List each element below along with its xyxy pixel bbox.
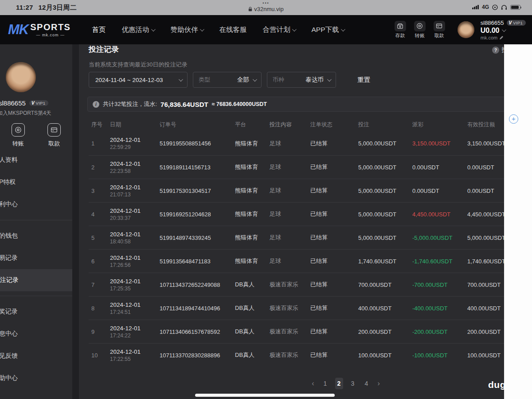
balance-dropdown[interactable]: U0.00 — [481, 27, 526, 35]
page-1[interactable]: 1 — [321, 378, 329, 389]
site-switcher[interactable]: mk.com — [481, 35, 526, 40]
currency-select[interactable]: 币种 泰达币 — [267, 72, 336, 88]
cell-date: 2024-12-0117:24:22 — [110, 325, 160, 339]
nav-item-赞助伙伴[interactable]: 赞助伙伴 — [170, 25, 203, 35]
date-value: 2024-12-01 — [110, 184, 160, 191]
cell-payout: -200.00USDT — [412, 329, 467, 335]
date-value: 2024-12-01 — [110, 137, 160, 143]
status-bar: 11:27 12月3日周二 ••• v32nmu.vip 4G — [0, 0, 532, 15]
user-name: sl886655 — [481, 20, 504, 26]
sidebar-item-见反馈[interactable]: 见反馈 — [0, 345, 72, 367]
sidebar-item-注记录[interactable]: 注记录 — [0, 269, 72, 291]
address-bar[interactable]: v32nmu.vip — [0, 6, 532, 12]
sidebar-item-P特权[interactable]: P特权 — [0, 171, 72, 193]
cell-index: 6 — [89, 258, 110, 265]
summary-text: 共计32笔投注，流水: — [103, 100, 157, 108]
time-value: 17:25:35 — [110, 286, 160, 292]
sidebar-item-易记录[interactable]: 易记录 — [0, 247, 72, 269]
logo-mk: MK — [8, 22, 28, 38]
page-3[interactable]: 3 — [349, 378, 357, 389]
sidebar-item-息中心[interactable]: 息中心 — [0, 323, 72, 345]
network-badge: 4G — [482, 4, 489, 10]
header-action-转账[interactable]: 转账 — [414, 21, 426, 39]
cell-order-number: 5199135648471183 — [160, 258, 235, 265]
date-value: 2024-12-01 — [110, 160, 160, 167]
date-range-select[interactable]: 2024-11-04 ~ 2024-12-03 — [89, 72, 188, 88]
reset-button[interactable]: 重置 — [357, 76, 370, 84]
join-days-text: 加入MKSPORTS第4天 — [0, 110, 51, 117]
user-avatar[interactable] — [458, 21, 474, 38]
column-header-注单状态: 注单状态 — [310, 121, 358, 129]
page-2[interactable]: 2 — [335, 378, 343, 389]
site-logo[interactable]: MK SPORTS — mk.com — — [8, 22, 70, 38]
cell-bet-content: 足球 — [270, 234, 310, 242]
cell-bet-amount: 1,740.60USDT — [358, 258, 412, 265]
cell-platform: 熊猫体育 — [235, 234, 270, 242]
cell-bet-amount: 200.00USDT — [358, 329, 412, 335]
time-value: 17:26:56 — [110, 262, 160, 268]
cell-order-number: 5199195508851456 — [160, 140, 235, 147]
cell-payout: 0.00USDT — [412, 164, 467, 171]
nav-item-在线客服[interactable]: 在线客服 — [219, 25, 246, 35]
date-value: 2024-12-01 — [110, 348, 160, 355]
chevron-down-icon — [200, 27, 204, 31]
cell-status: 已结算 — [310, 140, 358, 148]
quick-action-取款[interactable]: 取款 — [47, 123, 61, 148]
date-value: 2024-12-01 — [110, 231, 160, 238]
cell-date: 2024-12-0117:25:35 — [110, 278, 160, 292]
sidebar-item-人资料[interactable]: 人资料 — [0, 149, 72, 171]
help-icon[interactable]: ? — [492, 47, 499, 54]
nav-item-label: 在线客服 — [219, 25, 246, 35]
sidebar-item-label: 息中心 — [0, 330, 18, 338]
date-range-value: 2024-11-04 ~ 2024-12-03 — [95, 77, 163, 83]
chevron-down-icon — [292, 27, 297, 31]
cell-platform: DB真人 — [235, 328, 270, 336]
ipad-screen: 11:27 12月3日周二 ••• v32nmu.vip 4G MK SPORT… — [0, 0, 532, 399]
next-page-button[interactable]: › — [376, 379, 381, 387]
cell-bet-amount: 5,000.00USDT — [358, 140, 412, 147]
time-value: 17:24:22 — [110, 332, 160, 339]
chevron-down-icon — [341, 27, 345, 31]
nav-item-label: 首页 — [92, 25, 106, 35]
divider — [0, 296, 72, 296]
header-action-存款[interactable]: 存款 — [395, 21, 406, 39]
logo-domain: — mk.com — — [36, 33, 65, 37]
table-row: 12024-12-0122:59:295199195508851456熊猫体育足… — [89, 132, 529, 155]
header-action-取款[interactable]: 取款 — [434, 21, 445, 39]
sidebar-item-利中心[interactable]: 利中心 — [0, 193, 72, 215]
sidebar-item-的钱包[interactable]: 的钱包 — [0, 225, 72, 247]
cell-index: 1 — [89, 140, 110, 147]
page-4[interactable]: 4 — [363, 378, 371, 389]
cell-status: 已结算 — [310, 328, 358, 336]
cell-payout: -100.00USDT — [412, 352, 467, 359]
sidebar-quick-actions: 转账取款 — [0, 123, 72, 148]
cell-date: 2024-12-0117:22:55 — [110, 348, 160, 362]
table-row: 22024-12-0122:23:585199189114156713熊猫体育足… — [89, 155, 529, 179]
table-row: 52024-12-0118:40:585199148974339245熊猫体育足… — [89, 226, 529, 249]
prev-page-button[interactable]: ‹ — [310, 379, 315, 387]
nav-item-优惠活动[interactable]: 优惠活动 — [121, 25, 154, 35]
type-select[interactable]: 类型 全部 — [193, 72, 262, 88]
cell-status: 已结算 — [310, 163, 358, 171]
nav-item-合营计划[interactable]: 合营计划 — [262, 25, 295, 35]
cell-bet-amount: 5,000.00USDT — [358, 188, 412, 194]
add-floating-button[interactable]: + — [509, 114, 518, 124]
sidebar-item-助中心[interactable]: 助中心 — [0, 367, 72, 389]
header-right: 存款转账取款 sl886655 V VIP1 U0.00 — [395, 15, 526, 44]
horizontal-scrollbar[interactable] — [195, 394, 335, 397]
header-action-label: 取款 — [434, 32, 444, 39]
nav-item-APP下载[interactable]: APP下载 — [311, 25, 344, 35]
cell-order-number: 1071134066157678592 — [160, 329, 235, 335]
date-value: 2024-12-01 — [110, 254, 160, 261]
summary-amount: 76,836.64USDT — [160, 101, 208, 108]
nav-item-首页[interactable]: 首页 — [92, 25, 106, 35]
chevron-down-icon — [253, 77, 257, 82]
page-subtitle: 当前系统支持查询最近30日的投注记录 — [89, 61, 187, 69]
nav-item-label: APP下载 — [311, 25, 339, 35]
currency-label: 币种 — [273, 76, 284, 84]
column-header-投注: 投注 — [358, 121, 412, 129]
tab-overflow-dots[interactable]: ••• — [0, 1, 532, 5]
cell-bet-content: 极速百家乐 — [270, 304, 310, 312]
sidebar-item-奖记录[interactable]: 奖记录 — [0, 301, 72, 323]
quick-action-转账[interactable]: 转账 — [12, 123, 25, 148]
